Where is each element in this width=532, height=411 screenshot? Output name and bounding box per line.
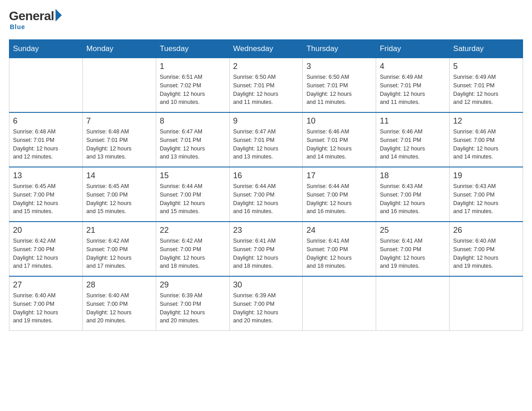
calendar-cell: 14Sunrise: 6:45 AM Sunset: 7:00 PM Dayli… bbox=[82, 167, 156, 222]
calendar-cell: 23Sunrise: 6:41 AM Sunset: 7:00 PM Dayli… bbox=[229, 222, 303, 276]
day-number: 15 bbox=[160, 171, 226, 180]
calendar-cell: 17Sunrise: 6:44 AM Sunset: 7:00 PM Dayli… bbox=[303, 167, 376, 222]
day-info: Sunrise: 6:48 AM Sunset: 7:01 PM Dayligh… bbox=[13, 128, 79, 161]
day-info: Sunrise: 6:42 AM Sunset: 7:00 PM Dayligh… bbox=[13, 237, 79, 270]
day-number: 24 bbox=[306, 226, 372, 235]
day-number: 21 bbox=[86, 226, 152, 235]
day-info: Sunrise: 6:50 AM Sunset: 7:01 PM Dayligh… bbox=[306, 73, 372, 107]
day-info: Sunrise: 6:40 AM Sunset: 7:00 PM Dayligh… bbox=[453, 237, 519, 270]
calendar-cell: 16Sunrise: 6:44 AM Sunset: 7:00 PM Dayli… bbox=[229, 167, 303, 222]
calendar-cell: 20Sunrise: 6:42 AM Sunset: 7:00 PM Dayli… bbox=[9, 222, 83, 276]
calendar-week-row: 27Sunrise: 6:40 AM Sunset: 7:00 PM Dayli… bbox=[9, 276, 523, 331]
day-number: 11 bbox=[380, 116, 446, 126]
day-number: 1 bbox=[160, 62, 226, 71]
day-info: Sunrise: 6:51 AM Sunset: 7:02 PM Dayligh… bbox=[160, 73, 226, 107]
day-number: 22 bbox=[160, 226, 226, 235]
day-info: Sunrise: 6:46 AM Sunset: 7:01 PM Dayligh… bbox=[306, 128, 372, 161]
calendar-cell bbox=[450, 276, 523, 331]
day-info: Sunrise: 6:45 AM Sunset: 7:00 PM Dayligh… bbox=[13, 182, 79, 216]
calendar-cell: 30Sunrise: 6:39 AM Sunset: 7:00 PM Dayli… bbox=[229, 276, 303, 331]
day-info: Sunrise: 6:42 AM Sunset: 7:00 PM Dayligh… bbox=[86, 237, 152, 270]
calendar-week-row: 1Sunrise: 6:51 AM Sunset: 7:02 PM Daylig… bbox=[9, 58, 523, 113]
day-number: 13 bbox=[13, 171, 79, 180]
calendar-cell: 25Sunrise: 6:41 AM Sunset: 7:00 PM Dayli… bbox=[376, 222, 450, 276]
day-number: 3 bbox=[306, 62, 372, 71]
calendar-cell bbox=[82, 58, 156, 113]
day-number: 16 bbox=[233, 171, 299, 180]
day-info: Sunrise: 6:49 AM Sunset: 7:01 PM Dayligh… bbox=[453, 73, 519, 107]
day-of-week-header: Friday bbox=[376, 40, 450, 58]
calendar-cell: 19Sunrise: 6:43 AM Sunset: 7:00 PM Dayli… bbox=[450, 167, 523, 222]
day-of-week-header: Tuesday bbox=[156, 40, 229, 58]
calendar-week-row: 13Sunrise: 6:45 AM Sunset: 7:00 PM Dayli… bbox=[9, 167, 523, 222]
calendar-cell: 22Sunrise: 6:42 AM Sunset: 7:00 PM Dayli… bbox=[156, 222, 229, 276]
calendar-week-row: 20Sunrise: 6:42 AM Sunset: 7:00 PM Dayli… bbox=[9, 222, 523, 276]
calendar-cell bbox=[303, 276, 376, 331]
calendar-cell: 13Sunrise: 6:45 AM Sunset: 7:00 PM Dayli… bbox=[9, 167, 83, 222]
day-number: 26 bbox=[453, 226, 519, 235]
calendar-cell: 6Sunrise: 6:48 AM Sunset: 7:01 PM Daylig… bbox=[9, 112, 83, 167]
day-number: 27 bbox=[13, 280, 79, 290]
calendar-cell: 1Sunrise: 6:51 AM Sunset: 7:02 PM Daylig… bbox=[156, 58, 229, 113]
calendar-cell: 29Sunrise: 6:39 AM Sunset: 7:00 PM Dayli… bbox=[156, 276, 229, 331]
calendar-cell: 12Sunrise: 6:46 AM Sunset: 7:00 PM Dayli… bbox=[450, 112, 523, 167]
day-number: 10 bbox=[306, 116, 372, 126]
day-of-week-header: Thursday bbox=[303, 40, 376, 58]
day-number: 2 bbox=[233, 62, 299, 71]
calendar-cell: 11Sunrise: 6:46 AM Sunset: 7:01 PM Dayli… bbox=[376, 112, 450, 167]
day-info: Sunrise: 6:47 AM Sunset: 7:01 PM Dayligh… bbox=[233, 128, 299, 161]
day-info: Sunrise: 6:41 AM Sunset: 7:00 PM Dayligh… bbox=[380, 237, 446, 270]
day-number: 30 bbox=[233, 280, 299, 290]
day-number: 14 bbox=[86, 171, 152, 180]
calendar-cell: 4Sunrise: 6:49 AM Sunset: 7:01 PM Daylig… bbox=[376, 58, 450, 113]
day-of-week-header: Wednesday bbox=[229, 40, 303, 58]
day-number: 6 bbox=[13, 116, 79, 126]
day-info: Sunrise: 6:50 AM Sunset: 7:01 PM Dayligh… bbox=[233, 73, 299, 107]
logo: General Blue bbox=[9, 9, 62, 30]
day-number: 5 bbox=[453, 62, 519, 71]
calendar-cell: 10Sunrise: 6:46 AM Sunset: 7:01 PM Dayli… bbox=[303, 112, 376, 167]
calendar-cell: 26Sunrise: 6:40 AM Sunset: 7:00 PM Dayli… bbox=[450, 222, 523, 276]
calendar-cell bbox=[9, 58, 83, 113]
logo-general-text: General bbox=[9, 9, 54, 23]
calendar-cell: 28Sunrise: 6:40 AM Sunset: 7:00 PM Dayli… bbox=[82, 276, 156, 331]
day-of-week-header: Monday bbox=[82, 40, 156, 58]
day-number: 29 bbox=[160, 280, 226, 290]
day-info: Sunrise: 6:44 AM Sunset: 7:00 PM Dayligh… bbox=[233, 182, 299, 216]
calendar-cell: 24Sunrise: 6:41 AM Sunset: 7:00 PM Dayli… bbox=[303, 222, 376, 276]
day-info: Sunrise: 6:43 AM Sunset: 7:00 PM Dayligh… bbox=[380, 182, 446, 216]
day-info: Sunrise: 6:41 AM Sunset: 7:00 PM Dayligh… bbox=[233, 237, 299, 270]
day-info: Sunrise: 6:40 AM Sunset: 7:00 PM Dayligh… bbox=[13, 291, 79, 325]
day-number: 4 bbox=[380, 62, 446, 71]
calendar-cell: 21Sunrise: 6:42 AM Sunset: 7:00 PM Dayli… bbox=[82, 222, 156, 276]
day-info: Sunrise: 6:41 AM Sunset: 7:00 PM Dayligh… bbox=[306, 237, 372, 270]
day-info: Sunrise: 6:49 AM Sunset: 7:01 PM Dayligh… bbox=[380, 73, 446, 107]
calendar-cell: 27Sunrise: 6:40 AM Sunset: 7:00 PM Dayli… bbox=[9, 276, 83, 331]
day-number: 28 bbox=[86, 280, 152, 290]
calendar-table: SundayMondayTuesdayWednesdayThursdayFrid… bbox=[9, 39, 523, 331]
day-number: 7 bbox=[86, 116, 152, 126]
day-info: Sunrise: 6:45 AM Sunset: 7:00 PM Dayligh… bbox=[86, 182, 152, 216]
day-info: Sunrise: 6:40 AM Sunset: 7:00 PM Dayligh… bbox=[86, 291, 152, 325]
day-info: Sunrise: 6:44 AM Sunset: 7:00 PM Dayligh… bbox=[306, 182, 372, 216]
day-of-week-header: Saturday bbox=[450, 40, 523, 58]
calendar-cell: 9Sunrise: 6:47 AM Sunset: 7:01 PM Daylig… bbox=[229, 112, 303, 167]
calendar-cell: 2Sunrise: 6:50 AM Sunset: 7:01 PM Daylig… bbox=[229, 58, 303, 113]
day-number: 12 bbox=[453, 116, 519, 126]
calendar-cell: 3Sunrise: 6:50 AM Sunset: 7:01 PM Daylig… bbox=[303, 58, 376, 113]
day-number: 9 bbox=[233, 116, 299, 126]
day-info: Sunrise: 6:39 AM Sunset: 7:00 PM Dayligh… bbox=[233, 291, 299, 325]
calendar-cell bbox=[376, 276, 450, 331]
day-number: 19 bbox=[453, 171, 519, 180]
day-info: Sunrise: 6:48 AM Sunset: 7:01 PM Dayligh… bbox=[86, 128, 152, 161]
day-number: 20 bbox=[13, 226, 79, 235]
calendar-cell: 5Sunrise: 6:49 AM Sunset: 7:01 PM Daylig… bbox=[450, 58, 523, 113]
page-header: General Blue bbox=[9, 9, 523, 30]
calendar-cell: 18Sunrise: 6:43 AM Sunset: 7:00 PM Dayli… bbox=[376, 167, 450, 222]
calendar-cell: 15Sunrise: 6:44 AM Sunset: 7:00 PM Dayli… bbox=[156, 167, 229, 222]
day-info: Sunrise: 6:46 AM Sunset: 7:01 PM Dayligh… bbox=[380, 128, 446, 161]
day-info: Sunrise: 6:46 AM Sunset: 7:00 PM Dayligh… bbox=[453, 128, 519, 161]
calendar-cell: 7Sunrise: 6:48 AM Sunset: 7:01 PM Daylig… bbox=[82, 112, 156, 167]
day-number: 23 bbox=[233, 226, 299, 235]
logo-triangle-icon bbox=[56, 9, 62, 21]
